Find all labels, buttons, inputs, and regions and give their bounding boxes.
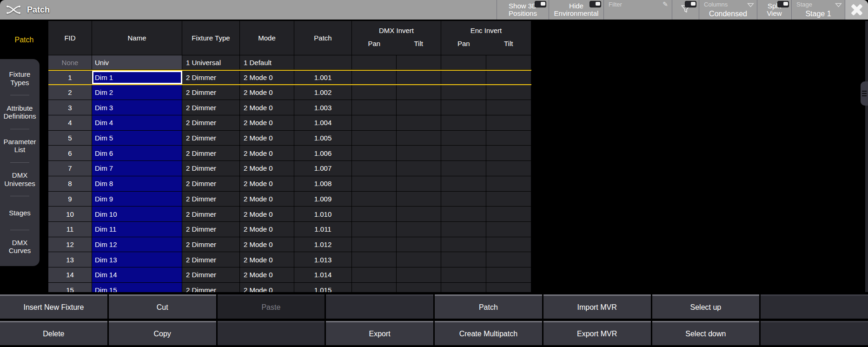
export-mvr-button[interactable]: Export MVR (543, 321, 651, 345)
enc-invert-tilt-cell[interactable] (486, 146, 531, 160)
mode-cell[interactable]: 2 Mode 0 (240, 237, 294, 252)
name-cell[interactable]: Dim 8 (92, 176, 182, 191)
fixture-type-cell[interactable]: 1 Universal (182, 55, 240, 69)
sidebar-item-dmx-universes[interactable]: DMX Universes (0, 163, 40, 196)
patch-cell[interactable]: 1.002 (294, 85, 352, 100)
fid-cell[interactable]: 15 (48, 283, 92, 292)
dmx-invert-tilt-cell[interactable] (397, 267, 441, 282)
patch-cell[interactable]: 1.008 (294, 176, 352, 191)
name-cell[interactable]: Dim 14 (92, 267, 182, 282)
fixture-type-cell[interactable]: 2 Dimmer (182, 283, 240, 292)
fixture-type-cell[interactable]: 2 Dimmer (182, 115, 240, 130)
delete-button[interactable]: Delete (0, 321, 107, 345)
mode-cell[interactable]: 2 Mode 0 (240, 100, 294, 115)
import-mvr-button[interactable]: Import MVR (543, 294, 651, 319)
fixture-type-cell[interactable]: 2 Dimmer (182, 100, 240, 115)
dmx-invert-tilt-cell[interactable] (397, 55, 441, 69)
fixture-type-cell[interactable]: 2 Dimmer (182, 131, 240, 146)
name-cell[interactable]: Univ (92, 55, 182, 69)
enc-invert-pan-cell[interactable] (441, 237, 486, 252)
fixture-type-cell[interactable]: 2 Dimmer (182, 161, 240, 176)
dmx-invert-pan-cell[interactable] (352, 222, 397, 237)
patch-cell[interactable]: 1.003 (294, 100, 352, 115)
fid-cell[interactable]: 7 (48, 161, 92, 176)
patch-cell[interactable]: 1.015 (294, 283, 352, 292)
fid-cell[interactable]: 4 (48, 115, 92, 130)
dmx-invert-tilt-cell[interactable] (397, 115, 441, 130)
dmx-invert-pan-cell[interactable] (352, 207, 397, 221)
name-cell[interactable]: Dim 13 (92, 252, 182, 267)
enc-invert-tilt-cell[interactable] (486, 55, 531, 69)
fixture-type-cell[interactable]: 2 Dimmer (182, 71, 240, 84)
enc-invert-tilt-cell[interactable] (486, 85, 531, 100)
patch-cell[interactable]: 1.005 (294, 131, 352, 146)
enc-invert-tilt-cell[interactable] (486, 161, 531, 176)
insert-new-fixture-button[interactable]: Insert New Fixture (0, 294, 107, 319)
dmx-invert-pan-cell[interactable] (352, 146, 397, 160)
fixture-type-cell[interactable]: 2 Dimmer (182, 237, 240, 252)
fixture-type-cell[interactable]: 2 Dimmer (182, 267, 240, 282)
enc-invert-tilt-cell[interactable] (486, 252, 531, 267)
fid-cell[interactable]: 9 (48, 192, 92, 207)
enc-invert-pan-cell[interactable] (441, 85, 486, 100)
mode-cell[interactable]: 2 Mode 0 (240, 207, 294, 221)
enc-invert-tilt-cell[interactable] (486, 267, 531, 282)
name-cell[interactable]: Dim 2 (92, 85, 182, 100)
fid-cell[interactable]: None (48, 55, 92, 69)
enc-invert-tilt-cell[interactable] (486, 115, 531, 130)
dmx-invert-pan-cell[interactable] (352, 85, 397, 100)
sidebar-item-parameter-list[interactable]: Parameter List (0, 129, 40, 162)
fixture-type-cell[interactable]: 2 Dimmer (182, 222, 240, 237)
dmx-invert-pan-cell[interactable] (352, 176, 397, 191)
enc-invert-tilt-cell[interactable] (486, 283, 531, 292)
dmx-invert-pan-cell[interactable] (352, 100, 397, 115)
name-cell[interactable]: Dim 4 (92, 115, 182, 130)
enc-invert-tilt-cell[interactable] (486, 222, 531, 237)
cut-button[interactable]: Cut (109, 294, 216, 319)
fixture-type-cell[interactable]: 2 Dimmer (182, 252, 240, 267)
enc-invert-pan-cell[interactable] (441, 207, 486, 221)
name-cell[interactable]: Dim 5 (92, 131, 182, 146)
enc-invert-tilt-cell[interactable] (486, 71, 531, 84)
create-multipatch-button[interactable]: Create Multipatch (435, 321, 542, 345)
patch-cell[interactable]: 1.009 (294, 192, 352, 207)
patch-cell[interactable]: 1.013 (294, 252, 352, 267)
name-cell[interactable]: Dim 3 (92, 100, 182, 115)
patch-cell[interactable] (294, 55, 352, 69)
dmx-invert-pan-cell[interactable] (352, 267, 397, 282)
show-3d-positions-button[interactable]: Show 3D Positions (497, 0, 549, 20)
enc-invert-pan-cell[interactable] (441, 55, 486, 69)
enc-invert-pan-cell[interactable] (441, 100, 486, 115)
name-cell[interactable]: Dim 1 (92, 71, 182, 84)
enc-invert-pan-cell[interactable] (441, 71, 486, 84)
name-cell[interactable]: Dim 11 (92, 222, 182, 237)
fid-cell[interactable]: 14 (48, 267, 92, 282)
fid-cell[interactable]: 3 (48, 100, 92, 115)
dmx-invert-tilt-cell[interactable] (397, 85, 441, 100)
mode-cell[interactable]: 2 Mode 0 (240, 161, 294, 176)
drawer-grip-handle[interactable] (861, 81, 868, 106)
mode-cell[interactable]: 2 Mode 0 (240, 71, 294, 84)
stage-select[interactable]: Stage Stage 1 (791, 0, 845, 20)
enc-invert-pan-cell[interactable] (441, 176, 486, 191)
filter-toggle-button[interactable] (672, 0, 699, 20)
columns-select[interactable]: Columns Condensed (699, 0, 757, 20)
enc-invert-tilt-cell[interactable] (486, 192, 531, 207)
enc-invert-pan-cell[interactable] (441, 161, 486, 176)
mode-cell[interactable]: 2 Mode 0 (240, 176, 294, 191)
name-cell[interactable]: Dim 6 (92, 146, 182, 160)
dmx-invert-tilt-cell[interactable] (397, 252, 441, 267)
mode-cell[interactable]: 2 Mode 0 (240, 146, 294, 160)
patch-cell[interactable]: 1.011 (294, 222, 352, 237)
dmx-invert-tilt-cell[interactable] (397, 207, 441, 221)
enc-invert-pan-cell[interactable] (441, 115, 486, 130)
enc-invert-pan-cell[interactable] (441, 146, 486, 160)
mode-cell[interactable]: 2 Mode 0 (240, 222, 294, 237)
fid-cell[interactable]: 12 (48, 237, 92, 252)
fixture-type-cell[interactable]: 2 Dimmer (182, 207, 240, 221)
hide-environmental-button[interactable]: Hide Environmental (549, 0, 603, 20)
dmx-invert-tilt-cell[interactable] (397, 71, 441, 84)
dmx-invert-pan-cell[interactable] (352, 131, 397, 146)
dmx-invert-tilt-cell[interactable] (397, 100, 441, 115)
patch-cell[interactable]: 1.014 (294, 267, 352, 282)
